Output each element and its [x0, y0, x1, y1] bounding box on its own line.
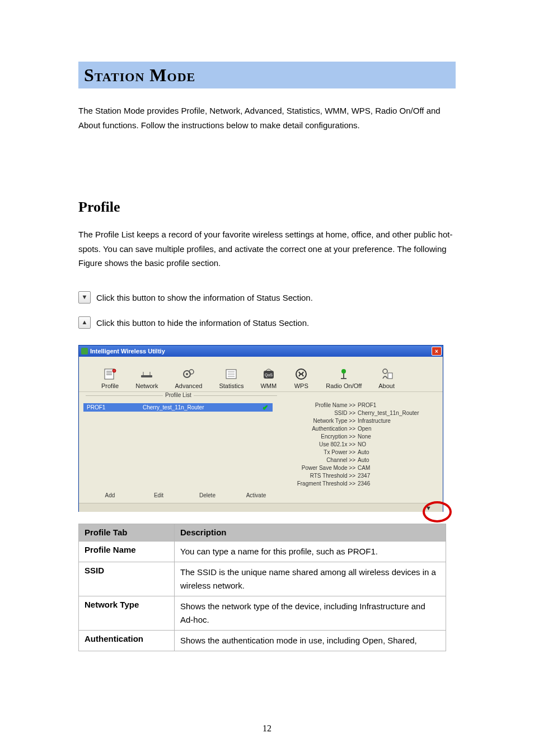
intro-paragraph: The Station Mode provides Profile, Netwo… [78, 104, 456, 132]
chevron-down-icon: ▼ [425, 505, 432, 511]
add-button[interactable]: Add [95, 492, 125, 498]
detail-label: Fragment Threshold >> [283, 480, 358, 487]
description-table: Profile Tab Description Profile Name You… [78, 524, 446, 651]
section-body: The Profile List keeps a record of your … [78, 227, 456, 270]
profile-name-cell: PROF1 [87, 404, 132, 410]
table-header-b: Description [175, 524, 446, 542]
tab-label: Profile [101, 382, 119, 389]
edit-button[interactable]: Edit [143, 492, 174, 498]
section-title-profile: Profile [78, 199, 120, 216]
detail-label: Encryption >> [283, 433, 358, 440]
detail-label: RTS Threshold >> [283, 473, 358, 479]
svg-text:QoS: QoS [265, 373, 273, 377]
table-row: SSID The SSID is the unique name shared … [79, 562, 446, 596]
chevron-down-icon: ▼ [78, 291, 91, 304]
detail-value: PROF1 [358, 402, 376, 408]
network-icon [139, 367, 154, 381]
tab-label: Network [135, 382, 158, 389]
detail-value: 2347 [358, 473, 370, 479]
page-banner: Station Mode [78, 62, 456, 88]
detail-value: Infrastructure [358, 418, 391, 424]
detail-label: Use 802.1x >> [283, 441, 358, 447]
table-row: Network Type Shows the network type of t… [79, 596, 446, 631]
toolbar: Profile Network Advanced Statistics [79, 357, 443, 392]
expand-bar[interactable]: ▼ [79, 503, 443, 512]
table-row: Profile Name You can type a name for thi… [79, 542, 446, 562]
table-row: Authentication Shows the authentication … [79, 631, 446, 651]
table-cell: Profile Name [79, 542, 175, 562]
table-header-a: Profile Tab [79, 524, 175, 542]
detail-label: Power Save Mode >> [283, 465, 358, 471]
profile-list-pane: Profile List PROF1 Cherry_test_11n_Route… [79, 392, 277, 503]
tab-label: Radio On/Off [326, 382, 362, 389]
svg-rect-22 [388, 373, 392, 379]
legend-show-row: ▼ Click this button to show the informat… [78, 291, 456, 305]
legend-show-text: Click this button to show the informatio… [96, 291, 313, 305]
profile-row[interactable]: PROF1 Cherry_test_11n_Router ✔ [83, 403, 273, 412]
window-title: Intelligent Wireless Utiltiy [90, 348, 165, 354]
tab-about[interactable]: About [378, 367, 395, 389]
tab-label: WPS [294, 382, 308, 389]
table-cell: You can type a name for this profile, su… [175, 542, 446, 562]
tab-network[interactable]: Network [135, 367, 158, 389]
delete-button[interactable]: Delete [192, 492, 223, 498]
close-icon[interactable]: × [432, 347, 442, 356]
detail-value: 2346 [358, 480, 370, 487]
tab-profile[interactable]: Profile [101, 367, 119, 389]
radio-icon [336, 367, 352, 381]
profile-ssid-cell: Cherry_test_11n_Router [132, 404, 261, 410]
tab-wps[interactable]: WPS [293, 367, 309, 389]
detail-label: Profile Name >> [283, 402, 358, 408]
table-cell: Network Type [79, 596, 175, 631]
table-cell: SSID [79, 562, 175, 596]
tab-label: WMM [260, 382, 277, 389]
detail-value: NO [358, 441, 366, 447]
table-cell: Authentication [79, 631, 175, 651]
banner-title: Station Mode [84, 65, 195, 86]
svg-point-21 [383, 369, 387, 374]
tab-advanced[interactable]: Advanced [175, 367, 203, 389]
detail-value: Auto [358, 449, 369, 455]
chevron-up-icon: ▲ [78, 316, 91, 329]
detail-label: Channel >> [283, 457, 358, 463]
check-icon: ✔ [261, 404, 269, 411]
detail-label: Tx Power >> [283, 449, 358, 455]
detail-label: SSID >> [283, 410, 358, 416]
table-cell: Shows the network type of the device, in… [175, 596, 446, 631]
page-number: 12 [0, 724, 534, 734]
tab-wmm[interactable]: QoS WMM [260, 367, 277, 389]
legend-hide-text: Click this button to hide the informatio… [96, 316, 309, 330]
gear-icon [181, 367, 196, 381]
svg-point-18 [341, 369, 346, 374]
svg-point-9 [186, 373, 188, 375]
statistics-icon [223, 367, 239, 381]
detail-value: Auto [358, 457, 369, 463]
tab-label: About [378, 382, 395, 389]
svg-rect-5 [141, 375, 152, 377]
wps-icon [293, 367, 309, 381]
detail-value: Open [358, 426, 371, 432]
table-cell: Shows the authentication mode in use, in… [175, 631, 446, 651]
tab-statistics[interactable]: Statistics [219, 367, 243, 389]
detail-label: Authentication >> [283, 426, 358, 432]
tab-radio[interactable]: Radio On/Off [326, 367, 362, 389]
legend-hide-row: ▲ Click this button to hide the informat… [78, 316, 456, 330]
tab-label: Advanced [175, 382, 203, 389]
wmm-icon: QoS [261, 367, 277, 381]
svg-point-4 [113, 369, 116, 372]
profile-list-label: Profile List [163, 392, 194, 398]
app-icon [81, 348, 88, 354]
table-cell: The SSID is the unique name shared among… [175, 562, 446, 596]
activate-button[interactable]: Activate [241, 492, 271, 498]
detail-value: Cherry_test_11n_Router [358, 410, 419, 416]
titlebar: Intelligent Wireless Utiltiy × [79, 346, 443, 357]
tab-label: Statistics [219, 382, 243, 389]
profile-detail-pane: Profile Name >>PROF1 SSID >>Cherry_test_… [277, 392, 443, 503]
detail-label: Network Type >> [283, 418, 358, 424]
detail-value: None [358, 433, 371, 440]
app-window: Intelligent Wireless Utiltiy × Profile N… [78, 345, 443, 512]
detail-value: CAM [358, 465, 370, 471]
profile-icon [102, 367, 118, 381]
about-icon [379, 367, 395, 381]
